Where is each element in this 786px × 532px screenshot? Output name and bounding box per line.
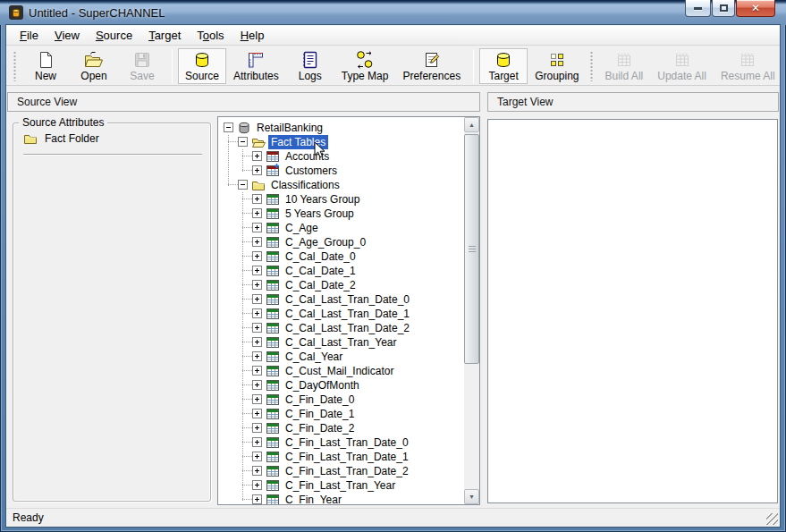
expand-box[interactable] — [250, 321, 265, 335]
target-button[interactable]: Target — [479, 48, 528, 84]
tree-item-accounts[interactable]: Accounts — [218, 149, 463, 164]
attributes-button[interactable]: Attributes — [226, 48, 286, 84]
expand-box[interactable] — [250, 393, 265, 407]
tree-item-c-cal-date-0[interactable]: C_Cal_Date_0 — [218, 249, 463, 264]
tree-item-c-fin-last-tran-date-2[interactable]: C_Fin_Last_Tran_Date_2 — [218, 464, 463, 478]
scroll-down-icon[interactable]: ▼ — [464, 489, 479, 504]
tree-item-c-fin-year[interactable]: C_Fin_Year — [218, 493, 463, 505]
open-button[interactable]: Open — [70, 48, 118, 84]
expand-box[interactable] — [250, 192, 265, 207]
new-document-icon — [36, 50, 55, 70]
tree-item-label: C_Cal_Date_1 — [283, 264, 359, 278]
target-view-header: Target View — [487, 92, 779, 112]
expand-box[interactable] — [250, 235, 265, 249]
expand-box[interactable] — [250, 421, 265, 435]
menu-help[interactable]: Help — [232, 26, 273, 45]
type-map-button[interactable]: Type Map — [334, 48, 396, 84]
tree-item-fact-tables[interactable]: Fact Tables — [218, 135, 463, 149]
toolbar-button-label: Preferences — [402, 71, 461, 82]
source-button[interactable]: Source — [178, 48, 226, 84]
scroll-up-icon[interactable]: ▲ — [464, 117, 479, 132]
tree-guide — [222, 264, 236, 278]
tree-item-customers[interactable]: Customers — [218, 164, 463, 178]
expand-box[interactable] — [250, 164, 265, 178]
tree-guide — [236, 478, 250, 493]
expand-box[interactable] — [250, 278, 265, 292]
tree-guide — [236, 149, 250, 164]
tree-guide — [222, 249, 236, 264]
tree-item-retailbanking[interactable]: RetailBanking — [218, 121, 463, 135]
expand-box[interactable] — [250, 435, 265, 450]
expand-box[interactable] — [250, 493, 265, 505]
expand-box[interactable] — [250, 221, 265, 235]
expand-box[interactable] — [250, 149, 265, 164]
tree-item-c-fin-date-1[interactable]: C_Fin_Date_1 — [218, 407, 463, 421]
tree-item-c-age[interactable]: C_Age — [218, 221, 463, 235]
tree-guide — [236, 221, 250, 235]
tree-item-c-cal-year[interactable]: C_Cal_Year — [218, 350, 463, 364]
tree-item-label: C_Age_Group_0 — [283, 235, 368, 249]
tree-item-c-cust-mail-indicator[interactable]: C_Cust_Mail_Indicator — [218, 364, 463, 378]
menu-target[interactable]: Target — [140, 26, 189, 45]
close-button[interactable]: ✕ — [736, 0, 775, 17]
expand-box[interactable] — [250, 464, 265, 478]
tree-item-5-years-group[interactable]: 5 Years Group — [218, 207, 463, 221]
expand-box[interactable] — [250, 378, 265, 393]
expand-box[interactable] — [250, 207, 265, 221]
new-button[interactable]: New — [21, 48, 70, 84]
collapse-box[interactable] — [236, 178, 250, 192]
tree-item-label: C_Fin_Last_Tran_Date_0 — [283, 435, 411, 450]
tree-item-c-age-group-0[interactable]: C_Age_Group_0 — [218, 235, 463, 249]
menu-tools[interactable]: Tools — [189, 26, 232, 45]
toolbar-button-label: Grouping — [535, 71, 579, 82]
expand-box[interactable] — [250, 450, 265, 464]
toolbar-button-label: Build All — [605, 71, 644, 82]
expand-box[interactable] — [250, 364, 265, 378]
tree-item-c-cal-last-tran-year[interactable]: C_Cal_Last_Tran_Year — [218, 335, 463, 350]
tree-item-label: C_Cal_Date_0 — [283, 249, 359, 264]
toolbar-button-label: Resume All — [721, 71, 775, 82]
expand-box[interactable] — [250, 292, 265, 307]
maximize-button[interactable] — [712, 0, 735, 17]
fact-folder-item[interactable]: Fact Folder — [22, 131, 99, 146]
collapse-box[interactable] — [222, 121, 236, 135]
menu-source[interactable]: Source — [88, 26, 140, 45]
expand-box[interactable] — [250, 307, 265, 321]
scrollbar-thumb[interactable] — [464, 134, 479, 364]
expand-box[interactable] — [250, 264, 265, 278]
tree-item-label: Fact Tables — [268, 135, 328, 149]
tree-item-10-years-group[interactable]: 10 Years Group — [218, 192, 463, 207]
menu-view[interactable]: View — [46, 26, 88, 45]
expand-box[interactable] — [250, 407, 265, 421]
tree-item-c-fin-last-tran-date-1[interactable]: C_Fin_Last_Tran_Date_1 — [218, 450, 463, 464]
tree-item-label: RetailBanking — [254, 121, 325, 135]
tree-guide — [222, 178, 236, 192]
tree-item-c-cal-date-2[interactable]: C_Cal_Date_2 — [218, 278, 463, 292]
tree-item-c-cal-date-1[interactable]: C_Cal_Date_1 — [218, 264, 463, 278]
resize-grip-icon[interactable] — [766, 513, 778, 525]
collapse-box[interactable] — [236, 135, 250, 149]
tree-item-c-fin-date-0[interactable]: C_Fin_Date_0 — [218, 393, 463, 407]
tree-item-c-cal-last-tran-date-1[interactable]: C_Cal_Last_Tran_Date_1 — [218, 307, 463, 321]
tree-item-c-fin-last-tran-date-0[interactable]: C_Fin_Last_Tran_Date_0 — [218, 435, 463, 450]
expand-box[interactable] — [250, 478, 265, 493]
minimize-button[interactable] — [685, 0, 711, 17]
tree-item-c-fin-date-2[interactable]: C_Fin_Date_2 — [218, 421, 463, 435]
table-green-icon — [266, 350, 280, 364]
tree-item-c-dayofmonth[interactable]: C_DayOfMonth — [218, 378, 463, 393]
logs-button[interactable]: Logs — [286, 48, 334, 84]
grouping-button[interactable]: Grouping — [528, 48, 586, 84]
expand-box[interactable] — [250, 335, 265, 350]
menu-file[interactable]: File — [12, 26, 46, 45]
tree-scrollbar[interactable]: ▲ ▼ — [464, 117, 479, 504]
expand-box[interactable] — [250, 249, 265, 264]
preferences-button[interactable]: Preferences — [395, 48, 468, 84]
tree-item-c-cal-last-tran-date-2[interactable]: C_Cal_Last_Tran_Date_2 — [218, 321, 463, 335]
tree-guide — [222, 464, 236, 478]
expand-box[interactable] — [250, 350, 265, 364]
tree-item-c-fin-last-tran-year[interactable]: C_Fin_Last_Tran_Year — [218, 478, 463, 493]
tree-item-c-cal-last-tran-date-0[interactable]: C_Cal_Last_Tran_Date_0 — [218, 292, 463, 307]
table-green-icon — [266, 421, 280, 435]
tree-item-classifications[interactable]: Classifications — [218, 178, 463, 192]
tree-guide — [236, 278, 250, 292]
